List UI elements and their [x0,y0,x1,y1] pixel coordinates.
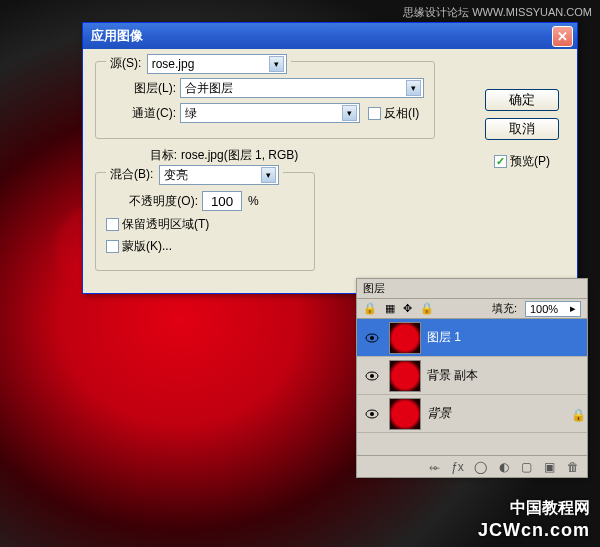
dialog-title: 应用图像 [91,27,552,45]
new-layer-icon[interactable]: ▣ [543,460,556,474]
preserve-transparency-checkbox[interactable]: 保留透明区域(T) [106,216,304,233]
panel-toolbar: 🔒 ▦ ✥ 🔒 填充: 100% ▸ [357,299,587,319]
invert-checkbox[interactable]: 反相(I) [368,105,419,122]
layer-row[interactable]: 背景 副本 [357,357,587,395]
apply-image-dialog: 应用图像 ✕ 源(S): rose.jpg ▾ 图层(L): 合并图层 ▾ 通道… [82,22,578,294]
watermark-url: JCWcn.com [478,520,590,541]
chevron-down-icon: ▾ [406,80,421,96]
ok-button[interactable]: 确定 [485,89,559,111]
adjust-icon[interactable]: ◐ [497,460,510,474]
trash-icon[interactable]: 🗑 [566,460,579,474]
link-icon[interactable]: ⬰ [428,460,441,474]
visibility-icon[interactable] [361,409,383,419]
chevron-down-icon: ▾ [342,105,357,121]
channel-select[interactable]: 绿 ▾ [180,103,360,123]
checkbox-icon [368,107,381,120]
invert-label: 反相(I) [384,105,419,122]
layer-thumbnail[interactable] [389,322,421,354]
preview-checkbox[interactable]: ✓ 预览(P) [494,153,550,170]
source-value: rose.jpg [152,57,195,71]
chevron-down-icon: ▾ [261,167,276,183]
layer-value: 合并图层 [185,80,233,97]
layer-thumbnail[interactable] [389,398,421,430]
opacity-unit: % [248,194,259,208]
fill-value: 100% [530,303,558,315]
fill-label: 填充: [492,301,517,316]
fill-select[interactable]: 100% ▸ [525,301,581,317]
mask-icon[interactable]: ◯ [474,460,487,474]
channel-label: 通道(C): [106,105,176,122]
preserve-trans-label: 保留透明区域(T) [122,216,209,233]
panel-footer: ⬰ ƒx ◯ ◐ ▢ ▣ 🗑 [357,455,587,477]
opacity-label: 不透明度(O): [106,193,198,210]
mask-checkbox[interactable]: 蒙版(K)... [106,238,304,255]
layer-name: 图层 1 [427,329,461,346]
visibility-icon[interactable] [361,333,383,343]
layer-name: 背景 [427,405,451,422]
visibility-icon[interactable] [361,371,383,381]
lock-all-icon[interactable]: 🔒 [420,302,434,315]
blend-value: 变亮 [164,167,188,184]
square-icon[interactable]: ▦ [385,302,395,315]
blend-label: 混合(B): [110,167,153,181]
channel-value: 绿 [185,105,197,122]
tab-layers[interactable]: 图层 [363,281,385,296]
blend-select[interactable]: 变亮 ▾ [159,165,279,185]
source-select[interactable]: rose.jpg ▾ [147,54,287,74]
target-value: rose.jpg(图层 1, RGB) [181,147,298,164]
watermark-top: 思缘设计论坛 WWW.MISSYUAN.COM [403,5,592,20]
lock-icon[interactable]: 🔒 [363,302,377,315]
checkbox-icon [106,240,119,253]
fx-icon[interactable]: ƒx [451,460,464,474]
layer-row[interactable]: 图层 1 [357,319,587,357]
folder-icon[interactable]: ▢ [520,460,533,474]
svg-point-1 [370,336,374,340]
layers-panel: 图层 🔒 ▦ ✥ 🔒 填充: 100% ▸ 图层 1 背景 副本 背景 🔒 ⬰ … [356,278,588,478]
layer-name: 背景 副本 [427,367,478,384]
layer-thumbnail[interactable] [389,360,421,392]
source-label: 源(S): [110,56,141,70]
watermark-cn: 中国教程网 [510,498,590,519]
svg-point-5 [370,412,374,416]
move-icon[interactable]: ✥ [403,302,412,315]
cancel-button[interactable]: 取消 [485,118,559,140]
chevron-right-icon: ▸ [570,302,576,315]
checkbox-icon: ✓ [494,155,507,168]
chevron-down-icon: ▾ [269,56,284,72]
target-label: 目标: [95,147,177,164]
layer-label: 图层(L): [106,80,176,97]
panel-tabs: 图层 [357,279,587,299]
titlebar[interactable]: 应用图像 ✕ [83,23,577,49]
svg-point-3 [370,374,374,378]
opacity-input[interactable] [202,191,242,211]
checkbox-icon [106,218,119,231]
layer-select[interactable]: 合并图层 ▾ [180,78,424,98]
close-button[interactable]: ✕ [552,26,573,47]
lock-icon: 🔒 [571,408,583,420]
mask-label: 蒙版(K)... [122,238,172,255]
layer-row[interactable]: 背景 🔒 [357,395,587,433]
preview-label: 预览(P) [510,153,550,170]
